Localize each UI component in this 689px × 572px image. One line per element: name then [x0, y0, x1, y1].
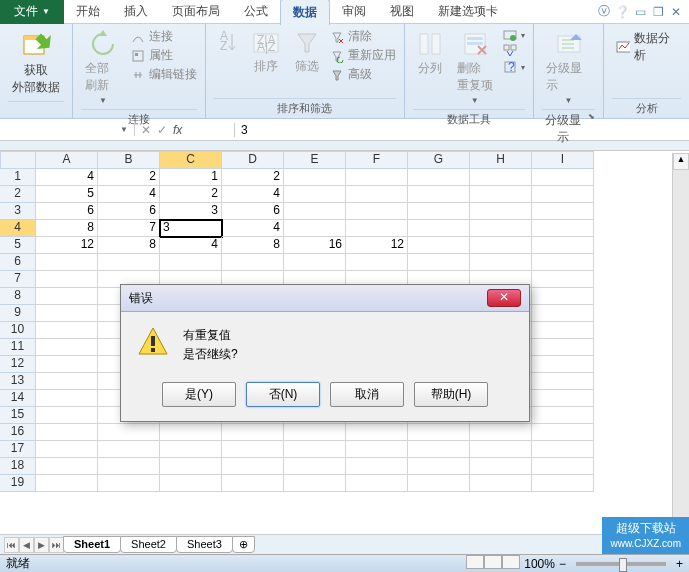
new-sheet-button[interactable]: ⊕ [232, 536, 255, 553]
zoom-out-button[interactable]: − [559, 557, 566, 571]
reapply-item[interactable]: 重新应用 [330, 47, 396, 64]
row-header[interactable]: 12 [0, 356, 36, 373]
cell[interactable] [36, 339, 98, 356]
cell[interactable] [36, 288, 98, 305]
cell[interactable] [470, 254, 532, 271]
cell[interactable] [532, 254, 594, 271]
row-header[interactable]: 11 [0, 339, 36, 356]
remove-duplicates-button[interactable]: 删除 重复项▼ [453, 28, 497, 107]
row-header[interactable]: 13 [0, 373, 36, 390]
tab-formula[interactable]: 公式 [232, 0, 280, 24]
cell[interactable] [36, 356, 98, 373]
cell[interactable]: 7 [98, 220, 160, 237]
vertical-scrollbar[interactable]: ▲ [672, 153, 689, 534]
cell[interactable] [98, 458, 160, 475]
cell[interactable] [36, 475, 98, 492]
column-header[interactable]: E [284, 151, 346, 169]
cell[interactable]: 6 [98, 203, 160, 220]
cell[interactable]: 4 [98, 186, 160, 203]
scroll-up-icon[interactable]: ▲ [673, 153, 689, 170]
row-header[interactable]: 17 [0, 441, 36, 458]
fx-icon[interactable]: fx [173, 123, 182, 137]
cell[interactable] [532, 220, 594, 237]
zoom-slider[interactable] [576, 562, 666, 566]
cell[interactable] [532, 237, 594, 254]
sheet-nav[interactable]: ⏮◀▶⏭ [4, 537, 64, 553]
formula-input[interactable]: 3 [235, 121, 689, 139]
cell[interactable]: 1 [160, 169, 222, 186]
whatif-item[interactable]: ?▾ [503, 60, 525, 74]
cell[interactable] [408, 458, 470, 475]
yes-button[interactable]: 是(Y) [162, 382, 236, 407]
column-header[interactable]: I [532, 151, 594, 169]
cell[interactable] [470, 424, 532, 441]
cell[interactable] [346, 203, 408, 220]
cell[interactable] [470, 458, 532, 475]
properties-item[interactable]: 属性 [131, 47, 197, 64]
advanced-filter-item[interactable]: 高级 [330, 66, 396, 83]
cell[interactable] [36, 305, 98, 322]
cell[interactable] [532, 458, 594, 475]
cell[interactable] [284, 458, 346, 475]
cell[interactable] [346, 441, 408, 458]
row-header[interactable]: 3 [0, 203, 36, 220]
cell[interactable] [284, 475, 346, 492]
cell[interactable] [408, 169, 470, 186]
cell[interactable] [36, 407, 98, 424]
column-header[interactable]: C [160, 151, 222, 169]
cell[interactable] [470, 441, 532, 458]
cell[interactable] [532, 356, 594, 373]
cell[interactable] [532, 203, 594, 220]
zoom-in-button[interactable]: + [676, 557, 683, 571]
sheet-tab[interactable]: Sheet2 [120, 536, 177, 553]
cell[interactable] [36, 390, 98, 407]
cell[interactable]: 5 [36, 186, 98, 203]
row-header[interactable]: 5 [0, 237, 36, 254]
cell[interactable] [284, 186, 346, 203]
cell[interactable] [532, 424, 594, 441]
cell[interactable] [532, 390, 594, 407]
cell[interactable] [160, 254, 222, 271]
row-header[interactable]: 2 [0, 186, 36, 203]
tab-insert[interactable]: 插入 [112, 0, 160, 24]
cell[interactable]: 4 [222, 220, 284, 237]
help-icon[interactable]: ❔ [615, 5, 629, 19]
row-header[interactable]: 10 [0, 322, 36, 339]
cell[interactable] [36, 373, 98, 390]
cell[interactable] [470, 203, 532, 220]
cell[interactable]: 8 [98, 237, 160, 254]
cancel-button[interactable]: 取消 [330, 382, 404, 407]
cell[interactable] [470, 169, 532, 186]
cell[interactable] [408, 424, 470, 441]
column-header[interactable]: D [222, 151, 284, 169]
cell[interactable] [284, 220, 346, 237]
cell[interactable] [532, 475, 594, 492]
cell[interactable] [222, 458, 284, 475]
data-analysis-button[interactable]: 数据分析 [612, 28, 681, 66]
sort-az-button[interactable]: AZ [214, 28, 242, 56]
cell[interactable]: 12 [346, 237, 408, 254]
row-header[interactable]: 14 [0, 390, 36, 407]
cell[interactable] [346, 169, 408, 186]
cell[interactable]: 4 [36, 169, 98, 186]
cancel-icon[interactable]: ✕ [141, 123, 151, 137]
row-header[interactable]: 8 [0, 288, 36, 305]
cell[interactable] [36, 441, 98, 458]
cell[interactable] [532, 322, 594, 339]
cell[interactable] [408, 441, 470, 458]
cell[interactable]: 4 [222, 186, 284, 203]
row-header[interactable]: 6 [0, 254, 36, 271]
view-mode-buttons[interactable] [466, 555, 520, 572]
row-header[interactable]: 1 [0, 169, 36, 186]
cell[interactable] [284, 169, 346, 186]
cell[interactable] [36, 271, 98, 288]
text-to-columns-button[interactable]: 分列 [413, 28, 447, 79]
connections-item[interactable]: 连接 [131, 28, 197, 45]
cell[interactable] [470, 220, 532, 237]
cell[interactable]: 6 [36, 203, 98, 220]
help-button[interactable]: 帮助(H) [414, 382, 488, 407]
cell[interactable] [408, 237, 470, 254]
cell[interactable] [98, 441, 160, 458]
restore-icon[interactable]: ❐ [651, 5, 665, 19]
row-header[interactable]: 18 [0, 458, 36, 475]
